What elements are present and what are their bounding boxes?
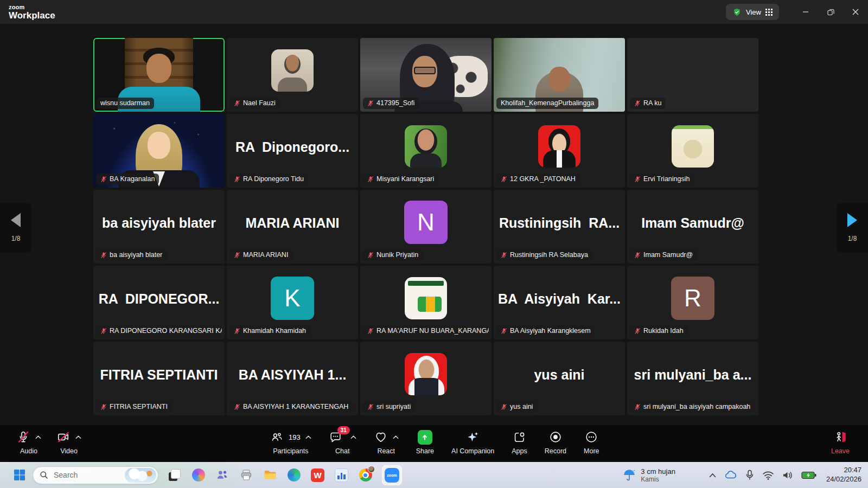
- copilot-app-icon[interactable]: [191, 468, 206, 483]
- volume-icon[interactable]: [782, 471, 793, 480]
- participant-tile[interactable]: KKhamidah Khamidah: [227, 266, 358, 339]
- participant-tile[interactable]: RRukidah Idah: [627, 266, 758, 339]
- close-button[interactable]: [843, 0, 868, 24]
- battery-charging-icon[interactable]: [801, 471, 816, 479]
- participant-nameplate: Imam Samudr@: [630, 249, 697, 261]
- participant-tile[interactable]: NNunik Priyatin: [360, 190, 492, 264]
- muted-mic-icon: [634, 176, 641, 183]
- participants-options-chevron-icon[interactable]: [305, 435, 311, 439]
- participant-tile[interactable]: RA MA'ARUF NU BUARA_KARANGA...: [360, 266, 492, 339]
- edge-browser-icon[interactable]: [286, 468, 301, 483]
- participant-nameplate: wisnu sudarman: [96, 98, 154, 109]
- participant-photo-avatar: [271, 49, 314, 92]
- search-input[interactable]: [53, 470, 118, 480]
- participant-tile[interactable]: Ervi Trianingsih: [627, 114, 758, 188]
- participant-name-text: Misyani Karangsari: [376, 175, 434, 183]
- muted-mic-icon: [234, 252, 240, 259]
- printer-app-icon[interactable]: [239, 468, 253, 483]
- participant-nameplate: Misyani Karangsari: [363, 174, 438, 185]
- audio-options-chevron-icon[interactable]: [35, 435, 41, 439]
- participant-tile[interactable]: RA Diponegoro...RA Diponegoro Tidu: [227, 114, 358, 188]
- participant-name-text: Nael Fauzi: [243, 99, 276, 107]
- taskbar-weather-widget[interactable]: 3 cm hujan Kamis: [622, 467, 675, 483]
- previous-page-button[interactable]: 1/8: [0, 203, 31, 253]
- meeting-toolbar: Audio Video 193 Participants: [0, 425, 868, 462]
- participant-tile[interactable]: BA Kraganalan: [93, 114, 225, 188]
- participant-tile[interactable]: 417395_Sofi: [360, 38, 492, 112]
- participant-photo-avatar: [405, 277, 447, 319]
- participant-nameplate: Rustiningsih RA Selabaya: [496, 249, 592, 261]
- next-page-arrow-icon: [847, 213, 857, 227]
- next-page-button[interactable]: 1/8: [837, 203, 868, 253]
- hidden-icons-chevron[interactable]: [709, 473, 716, 478]
- apps-button[interactable]: Apps: [512, 429, 527, 455]
- participant-tile[interactable]: RA DIPONEGOR...RA DIPONEGORO KARANGSARI …: [93, 266, 225, 339]
- ai-companion-button[interactable]: AI Companion: [451, 429, 494, 455]
- participant-tile[interactable]: Nael Fauzi: [227, 38, 358, 112]
- wps-office-icon[interactable]: W: [310, 468, 325, 483]
- camera-off-icon: [56, 430, 71, 444]
- time-text: 20:47: [826, 466, 861, 475]
- audio-button[interactable]: Audio: [16, 429, 41, 455]
- participant-name-text: Kholifah_KemenagPurbalingga: [501, 99, 594, 107]
- participant-tile[interactable]: MARIA ARIANIMARIA ARIANI: [227, 190, 358, 264]
- participant-tile[interactable]: 12 GKRA _PATONAH: [494, 114, 625, 188]
- leave-button[interactable]: Leave: [831, 429, 850, 455]
- participant-letter-avatar: N: [404, 201, 448, 244]
- muted-mic-icon: [367, 252, 374, 259]
- participant-tile[interactable]: Rustiningsih RA...Rustiningsih RA Selaba…: [494, 190, 625, 264]
- participant-name-text: yus aini: [510, 403, 533, 410]
- participant-nameplate: Nael Fauzi: [229, 98, 280, 109]
- wifi-icon[interactable]: [762, 471, 774, 480]
- participant-display-name: Imam Samudr@: [627, 190, 758, 256]
- chrome-browser-icon[interactable]: [358, 468, 373, 483]
- file-explorer-icon[interactable]: [263, 468, 277, 483]
- muted-mic-icon: [634, 100, 641, 107]
- participant-tile[interactable]: BA Aisyiyah Kar...BA Aisyiyah Karangkles…: [494, 266, 625, 339]
- muted-mic-icon: [234, 176, 240, 183]
- participant-tile[interactable]: ba aisyiyah blaterba aisyiyah blater: [93, 190, 225, 264]
- participant-tile[interactable]: FITRIA SEPTIANTIFITRIA SEPTIANTI: [93, 342, 225, 415]
- office-presentation-icon[interactable]: [334, 468, 349, 483]
- more-button[interactable]: More: [584, 429, 599, 455]
- muted-mic-icon: [100, 403, 107, 410]
- view-button[interactable]: View: [726, 4, 779, 20]
- widgets-app-icon[interactable]: [167, 468, 182, 483]
- video-options-chevron-icon[interactable]: [75, 435, 81, 439]
- participant-tile[interactable]: sri supriyati: [360, 342, 492, 415]
- onedrive-icon[interactable]: [724, 470, 737, 480]
- participant-tile[interactable]: RA ku: [627, 38, 758, 112]
- participant-tile[interactable]: Kholifah_KemenagPurbalingga: [494, 38, 625, 112]
- participant-tile[interactable]: sri mulyani_ba a...sri mulyani_ba aisyiy…: [627, 342, 758, 415]
- chat-button[interactable]: 31 Chat: [329, 429, 356, 455]
- tray-microphone-icon[interactable]: [745, 470, 754, 480]
- muted-mic-icon: [501, 403, 507, 410]
- participant-tile[interactable]: Misyani Karangsari: [360, 114, 492, 188]
- participant-tile[interactable]: yus ainiyus aini: [494, 342, 625, 415]
- chat-options-chevron-icon[interactable]: [350, 435, 356, 439]
- search-weather-thumbnail[interactable]: [125, 468, 156, 483]
- zoom-app-icon-active[interactable]: zoom: [382, 465, 402, 485]
- record-button[interactable]: Record: [545, 429, 566, 455]
- participants-button[interactable]: 193 Participants: [270, 429, 311, 455]
- video-button[interactable]: Video: [56, 429, 81, 455]
- taskbar-search-box[interactable]: [33, 466, 158, 484]
- logo-workplace-text: Workplace: [9, 11, 55, 20]
- participant-name-text: Nunik Priyatin: [376, 251, 418, 259]
- view-button-label: View: [746, 8, 761, 16]
- react-button[interactable]: React: [374, 429, 399, 455]
- taskbar-clock[interactable]: 20:47 24/02/2026: [826, 466, 861, 484]
- restore-button[interactable]: [818, 0, 843, 24]
- start-button[interactable]: [10, 465, 29, 485]
- participant-tile[interactable]: BA AISYIYAH 1...BA AISYIYAH 1 KARANGTENG…: [227, 342, 358, 415]
- muted-mic-icon: [234, 403, 240, 410]
- logo-zoom-text: zoom: [9, 4, 55, 10]
- participant-tile[interactable]: wisnu sudarman: [93, 38, 225, 112]
- minimize-button[interactable]: [793, 0, 818, 24]
- participant-tile[interactable]: Imam Samudr@Imam Samudr@: [627, 190, 758, 264]
- participant-letter-avatar: K: [271, 277, 314, 320]
- teams-app-icon[interactable]: [215, 468, 229, 483]
- react-options-chevron-icon[interactable]: [393, 435, 399, 439]
- participant-nameplate: BA Kraganalan: [96, 174, 159, 185]
- share-button[interactable]: Share: [416, 429, 434, 455]
